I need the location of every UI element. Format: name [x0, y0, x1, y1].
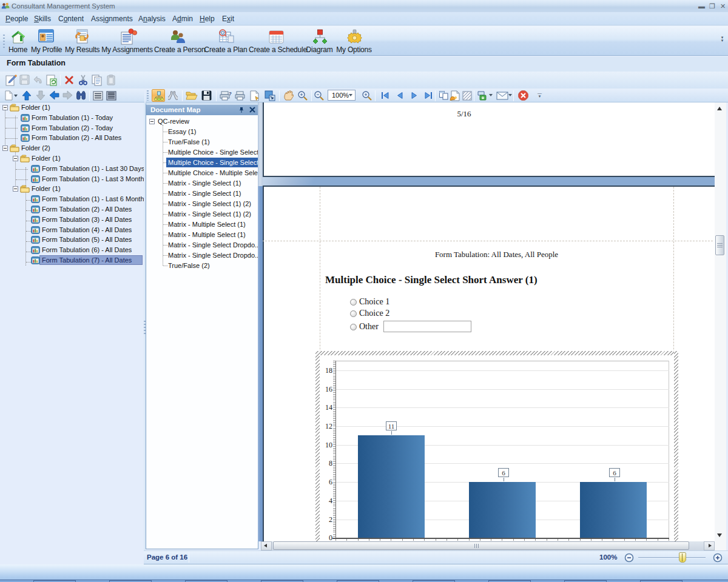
- svg-text:?: ?: [229, 91, 232, 96]
